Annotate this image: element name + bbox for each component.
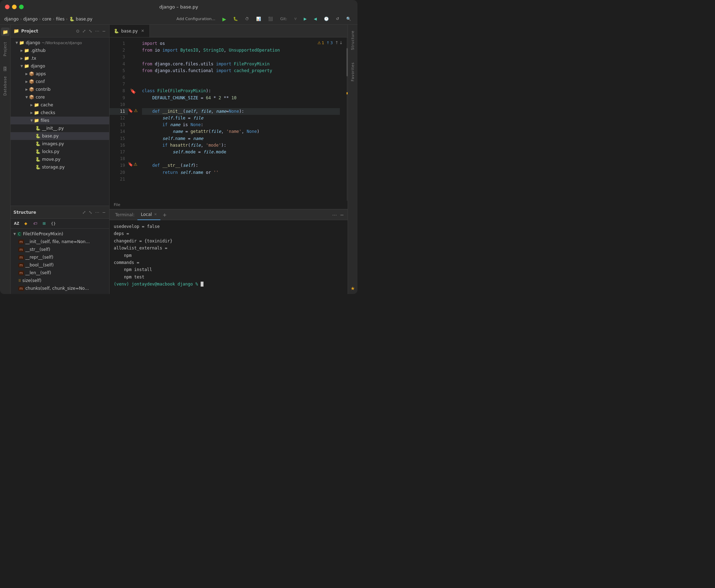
struct-label-chunks: chunks(self, chunk_size=No… (25, 286, 89, 291)
info-badge[interactable]: ↑ 3 (326, 41, 333, 45)
tree-item-django[interactable]: ▼ 📁 django (11, 62, 109, 70)
editor-scrollbar[interactable] (344, 37, 348, 201)
code-editor[interactable]: import os from io import BytesIO, String… (138, 37, 344, 201)
git-history-button[interactable]: 🕐 (322, 16, 331, 22)
struct-item-len[interactable]: m __len__(self) (11, 269, 109, 277)
next-issue-button[interactable]: ↓ (339, 40, 343, 45)
tree-item-apps[interactable]: ▶ 📦 apps (11, 70, 109, 78)
right-icons: Structure Favorites ★ (348, 25, 358, 294)
breadcrumb-core[interactable]: core (42, 17, 51, 22)
profile-button[interactable]: ⏱ (243, 16, 251, 22)
struct-az-button[interactable]: AZ (13, 220, 20, 228)
structure-expand-button[interactable]: ⤢ (82, 209, 87, 216)
sidebar-minimize-button[interactable]: − (101, 28, 106, 34)
favorites-star-icon[interactable]: ★ (350, 286, 355, 291)
sidebar-locate-button[interactable]: ⊙ (75, 28, 80, 34)
struct-diamond-button[interactable]: ◆ (22, 220, 30, 228)
breadcrumb-django2[interactable]: django (23, 17, 38, 22)
folder-icon-apps: 📦 (29, 71, 34, 76)
sidebar-collapse-button[interactable]: ⤡ (88, 28, 93, 34)
code-line-12: self.file = file (142, 115, 340, 122)
side-icon-database[interactable]: 🗄 (1, 65, 10, 73)
struct-item-init[interactable]: m __init__(self, file, name=Non… (11, 238, 109, 246)
tree-item-cache[interactable]: ▶ 📁 cache (11, 101, 109, 109)
add-config-button[interactable]: Add Configuration... (175, 16, 218, 22)
tree-item-conf[interactable]: ▶ 📦 conf (11, 78, 109, 86)
git-pull-button[interactable]: ◀ (312, 16, 319, 22)
code-line-7 (142, 81, 340, 88)
tab-base-py[interactable]: 🐍 base.py ✕ (110, 25, 150, 37)
struct-terminal-button[interactable]: ⊞ (40, 220, 48, 228)
tree-item-images[interactable]: 🐍 images.py (11, 140, 109, 148)
tree-item-init[interactable]: 🐍 __init__.py (11, 124, 109, 132)
tree-item-contrib[interactable]: ▶ 📦 contrib (11, 86, 109, 93)
maximize-button[interactable] (19, 5, 24, 9)
sidebar-options-button[interactable]: ⋯ (94, 28, 100, 34)
minimize-button[interactable] (12, 5, 17, 9)
tree-item-core[interactable]: ▼ 📦 core (11, 93, 109, 101)
git-fetch-button[interactable]: ⑂ (292, 16, 299, 22)
terminal-tab-local[interactable]: Local ✕ (137, 210, 161, 220)
sidebar-expand-button[interactable]: ⤢ (82, 28, 87, 34)
favorites-side-label[interactable]: Favorites (351, 62, 355, 81)
terminal-tab-close[interactable]: ✕ (154, 212, 157, 216)
prev-issue-button[interactable]: ↑ (335, 40, 338, 45)
terminal-content[interactable]: usedevelop = false deps = changedir = {t… (110, 220, 348, 294)
struct-item-bool[interactable]: m __bool__(self) (11, 261, 109, 269)
tree-label-checks: checks (41, 110, 55, 115)
code-line-17: self.mode = file.mode (142, 149, 340, 155)
window-controls[interactable] (5, 5, 24, 9)
stop-button[interactable]: ⬛ (266, 16, 275, 22)
terminal-options-button[interactable]: ⋯ (331, 211, 338, 218)
structure-collapse-button[interactable]: ⤡ (88, 209, 93, 216)
struct-label-str: __str__(self) (25, 247, 50, 252)
structure-title: Structure (13, 210, 36, 215)
tab-close-base[interactable]: ✕ (140, 28, 145, 34)
tree-item-checks[interactable]: ▶ 📁 checks (11, 109, 109, 117)
nav-arrows: ↑ ↓ (335, 40, 343, 45)
main-layout: 📁 Project 🗄 Database 📁 Project ⊙ ⤢ ⤡ ⋯ −… (0, 25, 358, 294)
structure-header: Structure ⤢ ⤡ ⋯ − (11, 206, 109, 219)
close-button[interactable] (5, 5, 10, 9)
bottom-pane: Terminal: Local ✕ + ⋯ − usedevelop = fal… (110, 209, 348, 294)
tree-item-base[interactable]: 🐍 base.py (11, 132, 109, 140)
struct-label-size: size(self) (22, 278, 41, 283)
search-button[interactable]: 🔍 (344, 16, 353, 22)
coverage-button[interactable]: 📊 (254, 16, 263, 22)
breadcrumb-django[interactable]: django (4, 17, 19, 22)
warning-badge[interactable]: ⚠ 1 (318, 41, 324, 45)
debug-button[interactable]: 🐛 (231, 16, 240, 22)
struct-item-size[interactable]: ⠿ size(self) (11, 277, 109, 284)
breadcrumb-files[interactable]: files (56, 17, 65, 22)
file-icon-locks: 🐍 (35, 149, 41, 154)
structure-side-label[interactable]: Structure (351, 30, 355, 50)
code-line-20: return self.name or '' (142, 169, 340, 176)
tree-item-move[interactable]: 🐍 move.py (11, 155, 109, 163)
structure-minimize-button[interactable]: − (101, 209, 106, 216)
tree-item-github[interactable]: ▶ 📁 .github (11, 47, 109, 54)
struct-item-repr[interactable]: m __repr__(self) (11, 253, 109, 261)
side-icon-project[interactable]: 📁 (1, 28, 10, 36)
terminal-add-button[interactable]: + (160, 212, 169, 218)
tree-item-files[interactable]: ▼ 📁 files (11, 117, 109, 124)
info-count: 3 (330, 41, 333, 45)
struct-item-class[interactable]: ▼ C File(FileProxyMixin) (11, 230, 109, 238)
struct-brackets-button[interactable]: {} (49, 220, 57, 228)
terminal-minimize-button[interactable]: − (339, 211, 345, 218)
tree-item-locks[interactable]: 🐍 locks.py (11, 148, 109, 155)
breadcrumb-filename[interactable]: base.py (76, 17, 93, 22)
run-button[interactable]: ▶ (220, 16, 228, 23)
gutter-bookmark-8[interactable]: 🔖 (130, 88, 136, 94)
struct-tag-button[interactable]: 🏷 (31, 220, 39, 228)
git-revert-button[interactable]: ↺ (334, 16, 341, 22)
tree-item-django-root[interactable]: ▼ 📁 django ~/Workspace/django (11, 39, 109, 47)
struct-item-str[interactable]: m __str__(self) (11, 246, 109, 253)
tree-item-storage[interactable]: 🐍 storage.py (11, 163, 109, 171)
git-push-button[interactable]: ▶ (302, 16, 309, 22)
tree-item-tx[interactable]: ▶ 📁 .tx (11, 54, 109, 62)
scrollbar-thumb[interactable] (347, 48, 348, 76)
structure-options-button[interactable]: ⋯ (94, 209, 100, 216)
struct-item-chunks[interactable]: m chunks(self, chunk_size=No… (11, 284, 109, 292)
gutter-icons: 🔖 🔖 ⚠ 🔖 (128, 37, 138, 201)
tree-arrow-tx: ▶ (20, 57, 23, 60)
